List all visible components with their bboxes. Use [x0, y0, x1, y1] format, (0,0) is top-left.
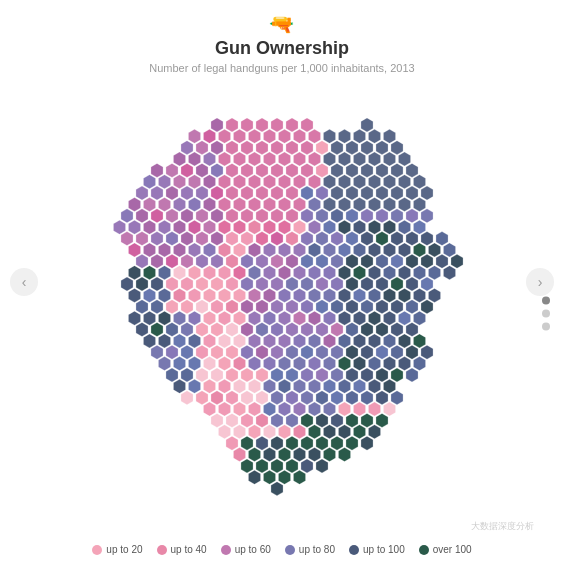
legend-item-3: up to 80: [285, 544, 335, 555]
legend-dot-3: [285, 545, 295, 555]
legend-item-0: up to 20: [92, 544, 142, 555]
page-subtitle: Number of legal handguns per 1,000 inhab…: [149, 62, 414, 74]
nav-left-icon: ‹: [22, 274, 27, 290]
header: 🔫 Gun Ownership Number of legal handguns…: [149, 0, 414, 74]
nav-right-icon: ›: [538, 274, 543, 290]
legend-item-5: over 100: [419, 544, 472, 555]
map-container: [0, 78, 564, 536]
legend-label-4: up to 100: [363, 544, 405, 555]
legend-item-2: up to 60: [221, 544, 271, 555]
legend-dot-2: [221, 545, 231, 555]
legend: up to 20 up to 40 up to 60 up to 80 up t…: [82, 536, 481, 563]
dot-nav-4[interactable]: [542, 322, 550, 330]
dot-nav-2[interactable]: [542, 296, 550, 304]
legend-label-1: up to 40: [171, 544, 207, 555]
page-title: Gun Ownership: [149, 38, 414, 60]
legend-dot-0: [92, 545, 102, 555]
legend-label-5: over 100: [433, 544, 472, 555]
legend-label-3: up to 80: [299, 544, 335, 555]
gun-icon: 🔫: [149, 12, 414, 36]
nav-right-button[interactable]: ›: [526, 268, 554, 296]
legend-label-2: up to 60: [235, 544, 271, 555]
page-container: ‹ › 🔫 Gun Ownership Number of legal hand…: [0, 0, 564, 563]
legend-label-0: up to 20: [106, 544, 142, 555]
nav-left-button[interactable]: ‹: [10, 268, 38, 296]
legend-dot-4: [349, 545, 359, 555]
watermark: 大数据深度分析: [471, 520, 534, 533]
dot-nav-3[interactable]: [542, 309, 550, 317]
legend-dot-1: [157, 545, 167, 555]
legend-item-1: up to 40: [157, 544, 207, 555]
legend-dot-5: [419, 545, 429, 555]
legend-item-4: up to 100: [349, 544, 405, 555]
map-canvas: [52, 97, 512, 517]
